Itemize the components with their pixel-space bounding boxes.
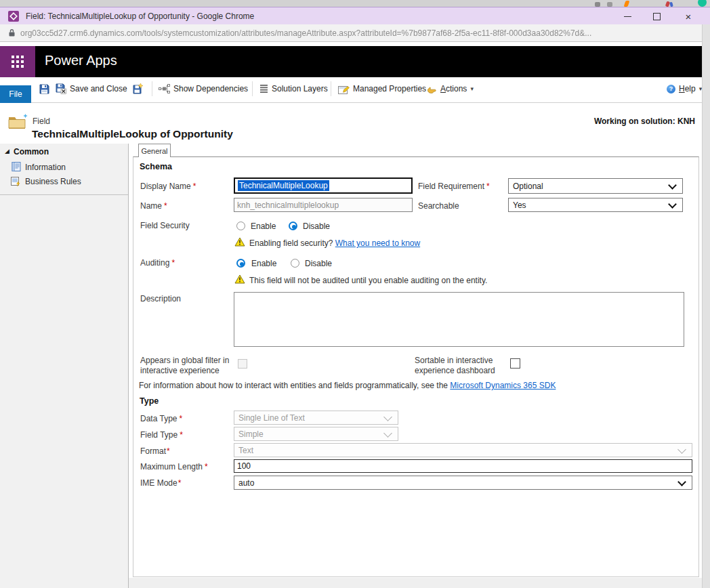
- sidebar-item-information[interactable]: Information: [25, 163, 66, 172]
- information-icon: [12, 162, 21, 171]
- chevron-down-icon: [668, 181, 677, 190]
- auditing-disable-label[interactable]: Disable: [305, 259, 332, 268]
- field-security-disable-radio[interactable]: [289, 222, 297, 230]
- maximum-length-label: Maximum Length*: [140, 462, 208, 471]
- auditing-enable-radio[interactable]: [236, 259, 245, 268]
- toolbar-separator: [152, 81, 152, 96]
- app-name: Power Apps: [45, 53, 117, 68]
- toolbar-separator: [331, 81, 331, 96]
- tab-general[interactable]: General: [138, 144, 171, 157]
- minimize-icon: [624, 16, 631, 17]
- searchable-select[interactable]: Yes: [508, 198, 683, 212]
- show-dependencies-icon: [159, 84, 170, 93]
- page-background: [129, 578, 702, 588]
- solution-layers-icon: [260, 84, 268, 93]
- chevron-down-icon: [383, 413, 392, 421]
- toolbar-separator: [252, 81, 253, 96]
- field-requirement-label: Field Requirement*: [418, 182, 490, 191]
- field-security-enable-radio[interactable]: [236, 222, 245, 230]
- required-marker: *: [179, 414, 182, 423]
- browser-window: Field: TechnicalMultipleLookup of Opport…: [0, 0, 710, 588]
- description-label: Description: [140, 294, 181, 303]
- grammarly-extension-icon: [698, 0, 707, 7]
- global-filter-label: Appears in global filter in interactive …: [140, 356, 234, 376]
- solution-layers-button[interactable]: Solution Layers: [260, 82, 328, 96]
- power-apps-favicon: [8, 11, 19, 22]
- lock-icon: [8, 28, 16, 37]
- chevron-down-icon: [677, 445, 686, 454]
- show-dependencies-button[interactable]: Show Dependencies: [159, 82, 248, 96]
- warning-icon: [234, 237, 245, 247]
- chevron-down-icon: ▾: [470, 85, 474, 92]
- sdk-note: For information about how to interact wi…: [139, 381, 556, 390]
- format-select: Text: [234, 443, 692, 457]
- managed-properties-button[interactable]: Managed Properties: [338, 82, 426, 96]
- url-text[interactable]: org03cc5d27.crm6.dynamics.com/tools/syst…: [20, 28, 695, 38]
- global-filter-checkbox: [238, 359, 247, 369]
- maximum-length-input[interactable]: 100: [234, 459, 692, 473]
- background-window-strip: [0, 0, 710, 7]
- app-launcher-button[interactable]: [0, 46, 35, 77]
- sidebar-group-common[interactable]: Common: [14, 147, 49, 156]
- file-tab[interactable]: File: [0, 85, 31, 103]
- required-marker: *: [167, 446, 170, 456]
- help-icon: ?: [667, 85, 675, 93]
- ime-mode-label: IME Mode*: [140, 478, 181, 488]
- close-icon: ×: [686, 12, 692, 22]
- actions-button[interactable]: Actions ▾: [427, 82, 474, 96]
- sortable-checkbox[interactable]: [510, 358, 520, 369]
- field-security-disable-label[interactable]: Disable: [303, 222, 330, 231]
- help-button[interactable]: ? Help ▾: [667, 82, 702, 96]
- searchable-label: Searchable: [418, 201, 459, 211]
- format-label: Format*: [140, 446, 170, 456]
- auditing-label: Auditing*: [140, 258, 175, 268]
- field-security-enable-label[interactable]: Enable: [251, 222, 276, 231]
- sidebar-item-business-rules[interactable]: Business Rules: [25, 177, 81, 186]
- auditing-disable-radio[interactable]: [291, 259, 299, 268]
- type-heading: Type: [140, 396, 159, 406]
- left-navigation: [0, 144, 129, 588]
- waffle-icon: [12, 56, 24, 68]
- required-marker: *: [193, 182, 196, 191]
- display-name-label: Display Name*: [140, 182, 196, 191]
- name-label: Name*: [140, 201, 167, 211]
- ime-mode-select[interactable]: auto: [234, 476, 692, 490]
- auditing-enable-label[interactable]: Enable: [251, 259, 276, 268]
- description-textarea[interactable]: [234, 292, 684, 347]
- field-requirement-select[interactable]: Optional: [508, 178, 683, 194]
- save-and-close-button[interactable]: Save and Close: [56, 82, 127, 96]
- minimize-button[interactable]: [616, 7, 639, 25]
- actions-hand-icon: [427, 84, 437, 94]
- chevron-down-icon: [668, 200, 677, 209]
- field-folder-icon: [8, 113, 28, 129]
- tree-expander-icon[interactable]: ◢: [5, 148, 9, 154]
- window-edge: [702, 24, 710, 588]
- save-icon: [39, 84, 49, 94]
- browser-extension-icon: [607, 2, 612, 7]
- what-you-need-to-know-link[interactable]: What you need to know: [335, 238, 420, 248]
- save-and-new-button[interactable]: [133, 82, 144, 96]
- sortable-label: Sortable in interactive experience dashb…: [415, 356, 499, 376]
- field-security-warning: Enabling field security? What you need t…: [249, 238, 420, 248]
- record-type-label: Field: [33, 117, 50, 126]
- save-button[interactable]: [39, 82, 49, 96]
- lightning-extension-icon: [624, 1, 630, 7]
- maximize-button[interactable]: [645, 7, 668, 25]
- auditing-warning: This field will not be audited until you…: [249, 276, 487, 285]
- data-type-label: Data Type*: [140, 414, 182, 423]
- close-button[interactable]: ×: [677, 7, 700, 25]
- save-and-close-icon: [56, 83, 66, 94]
- address-bar[interactable]: org03cc5d27.crm6.dynamics.com/tools/syst…: [0, 24, 702, 42]
- required-marker: *: [180, 430, 183, 440]
- required-marker: *: [164, 201, 167, 211]
- window-title: Field: TechnicalMultipleLookup of Opport…: [26, 12, 254, 21]
- display-name-input[interactable]: TechnicalMultipleLookup: [234, 177, 413, 194]
- working-on-solution: Working on solution: KNH: [594, 117, 695, 126]
- save-and-new-icon: [133, 83, 144, 94]
- maximize-icon: [653, 13, 661, 20]
- browser-extension-icon: [595, 2, 600, 7]
- data-type-select: Single Line of Text: [234, 411, 398, 425]
- chevron-down-icon: [677, 478, 686, 486]
- dynamics-sdk-link[interactable]: Microsoft Dynamics 365 SDK: [450, 381, 556, 390]
- rocket-extension-icon-fin: [669, 2, 673, 7]
